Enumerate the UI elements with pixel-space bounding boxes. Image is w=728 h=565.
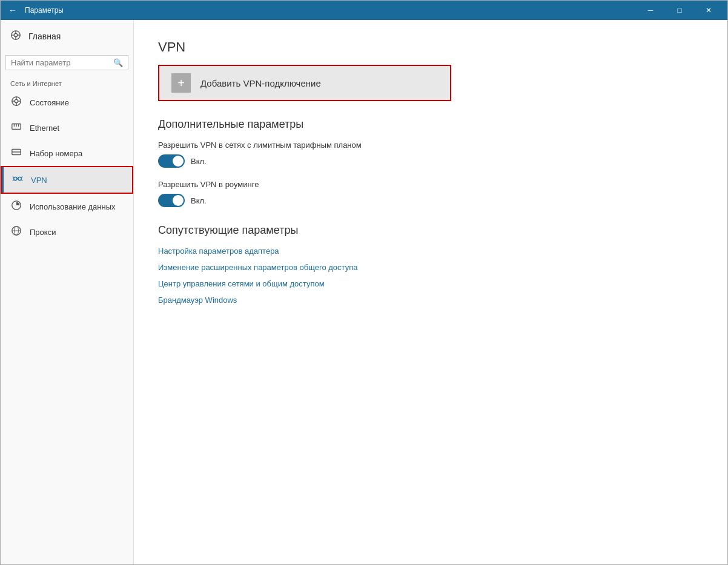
toggle-metered-label: Вкл. <box>191 157 207 166</box>
toggle-metered-row: Разрешить VPN в сетях с лимитным тарифны… <box>158 140 703 168</box>
sidebar-item-proxy[interactable]: Прокси <box>1 219 133 245</box>
minimize-button[interactable]: ─ <box>637 1 664 20</box>
sidebar-item-vpn[interactable]: VPN <box>1 166 133 194</box>
search-input[interactable] <box>11 58 113 67</box>
sidebar-item-datausage-label: Использование данных <box>30 202 116 211</box>
advanced-title: Дополнительные параметры <box>158 118 703 131</box>
add-vpn-wrapper: + Добавить VPN-подключение <box>158 65 451 101</box>
sidebar-item-dialup-label: Набор номера <box>30 149 82 158</box>
add-vpn-plus-icon: + <box>171 73 191 93</box>
svg-point-1 <box>14 33 17 36</box>
home-icon <box>10 30 21 43</box>
vpn-title: VPN <box>158 39 703 55</box>
svg-line-24 <box>21 180 22 181</box>
sidebar-item-datausage[interactable]: Использование данных <box>1 194 133 219</box>
datausage-icon <box>10 200 22 213</box>
toggle-roaming-knob <box>173 195 184 206</box>
window-controls: ─ □ ✕ <box>637 1 723 20</box>
toggle-metered-knob <box>173 156 184 167</box>
maximize-button[interactable]: □ <box>666 1 693 20</box>
window: ← Параметры ─ □ ✕ <box>0 0 728 565</box>
content-area: Главная 🔍 Сеть и Интернет <box>1 20 727 564</box>
home-label: Главная <box>28 31 61 41</box>
status-icon <box>10 96 22 109</box>
sidebar-item-status-label: Состояние <box>30 98 69 107</box>
search-icon: 🔍 <box>113 58 123 67</box>
related-title: Сопутствующие параметры <box>158 224 703 237</box>
related-link-network-center[interactable]: Центр управления сетями и общим доступом <box>158 279 703 288</box>
toggle-roaming-row: Разрешить VPN в роуминге Вкл. <box>158 180 703 207</box>
toggle-roaming-control: Вкл. <box>158 194 703 207</box>
window-title: Параметры <box>25 6 637 15</box>
back-button[interactable]: ← <box>5 3 20 18</box>
toggle-roaming-description: Разрешить VPN в роуминге <box>158 180 703 189</box>
toggle-metered-control: Вкл. <box>158 154 703 168</box>
sidebar-item-vpn-label: VPN <box>31 176 47 185</box>
toggle-roaming-label: Вкл. <box>191 196 207 205</box>
sidebar-item-ethernet-label: Ethernet <box>30 124 59 133</box>
search-box: 🔍 <box>5 55 128 70</box>
vpn-icon <box>12 173 24 187</box>
sidebar-item-status[interactable]: Состояние <box>1 90 133 115</box>
add-vpn-label: Добавить VPN-подключение <box>200 78 321 88</box>
svg-point-19 <box>18 177 21 180</box>
toggle-metered[interactable] <box>158 154 185 168</box>
related-link-adapter[interactable]: Настройка параметров адаптера <box>158 246 703 256</box>
sidebar-item-dialup[interactable]: Набор номера <box>1 140 133 166</box>
main-content: VPN + Добавить VPN-подключение Дополните… <box>134 20 727 564</box>
ethernet-icon <box>10 121 22 134</box>
close-button[interactable]: ✕ <box>695 1 723 20</box>
dialup-icon <box>10 147 22 160</box>
svg-line-22 <box>13 180 14 181</box>
svg-line-21 <box>13 176 14 177</box>
titlebar: ← Параметры ─ □ ✕ <box>1 1 727 20</box>
proxy-icon <box>10 225 22 239</box>
svg-line-23 <box>21 176 22 177</box>
toggle-roaming[interactable] <box>158 194 185 207</box>
svg-point-18 <box>14 177 17 180</box>
sidebar: Главная 🔍 Сеть и Интернет <box>1 20 134 564</box>
svg-point-7 <box>15 99 18 102</box>
sidebar-item-home[interactable]: Главная <box>1 20 133 53</box>
sidebar-section-label: Сеть и Интернет <box>1 75 133 90</box>
toggle-metered-description: Разрешить VPN в сетях с лимитным тарифны… <box>158 140 703 150</box>
related-link-sharing[interactable]: Изменение расширенных параметров общего … <box>158 263 703 272</box>
sidebar-item-proxy-label: Прокси <box>30 228 56 237</box>
add-vpn-button[interactable]: + Добавить VPN-подключение <box>159 66 450 100</box>
related-link-firewall[interactable]: Брандмауэр Windows <box>158 296 703 305</box>
related-section: Сопутствующие параметры Настройка параме… <box>158 224 703 305</box>
sidebar-item-ethernet[interactable]: Ethernet <box>1 115 133 140</box>
